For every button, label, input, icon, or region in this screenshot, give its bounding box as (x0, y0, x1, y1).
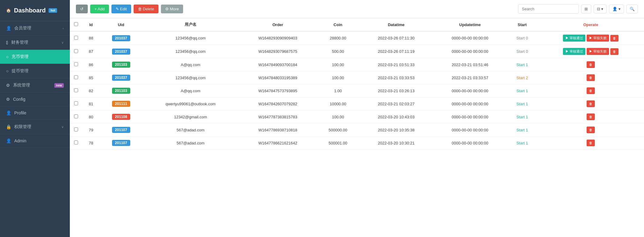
main-content: ↺ + Add ✎ Edit 🗑 Delete ⚙ More ⊞ ⊟ ▾ 👤 ▾… (70, 0, 644, 237)
approve-button[interactable]: ▶ 审核通过 (563, 35, 585, 42)
col-datatime: Datatime (359, 18, 433, 31)
row-id: 79 (82, 124, 100, 137)
delete-button[interactable]: 🗑 Delete (134, 5, 158, 13)
table-row: 87 201037 123456@qq.com W164829307968757… (70, 45, 644, 58)
grid-view-button[interactable]: ⊞ (581, 5, 591, 13)
row-uid: 201103 (100, 84, 142, 97)
system-icon: ⚙ (6, 83, 10, 88)
row-uid: 201108 (100, 110, 142, 124)
row-order: W1647786938710818 (239, 124, 317, 137)
col-checkbox (70, 18, 82, 31)
list-view-button[interactable]: ⊟ ▾ (594, 5, 607, 13)
toolbar-right: ⊞ ⊟ ▾ 👤 ▾ 🔍 (518, 4, 638, 14)
table-row: 79 201107 567@adad.com W1647786938710818… (70, 124, 644, 137)
refresh-button[interactable]: ↺ (76, 5, 88, 13)
table-row: 86 201103 A@qq.com W1647849093700184 100… (70, 58, 644, 71)
col-operate: Operate (537, 18, 644, 31)
row-start: Start 1 (507, 137, 537, 150)
row-order: W1648293090909403 (239, 31, 317, 45)
sidebar-item-label: 提币管理 (12, 68, 29, 74)
row-start: Start 1 (507, 97, 537, 110)
col-uid: Uid (100, 18, 142, 31)
reject-button[interactable]: ▶ 审核失败 (587, 48, 609, 55)
col-start: Start (507, 18, 537, 31)
sidebar-item-label: Config (13, 97, 25, 102)
sidebar-item-admin[interactable]: 👤 Admin (0, 134, 70, 148)
row-id: 87 (82, 45, 100, 58)
row-delete-button[interactable]: 🗑 (587, 87, 595, 94)
row-datatime: 2022-03-21 03:51:33 (359, 58, 433, 71)
row-operate: 🗑 (537, 110, 644, 124)
row-delete-button[interactable]: 🗑 (610, 48, 618, 55)
row-username: 123456@qq.com (142, 71, 239, 84)
row-uid: 201107 (100, 124, 142, 137)
row-delete-button[interactable]: 🗑 (587, 74, 595, 81)
table-row: 78 201107 567@adad.com W1647786621621642… (70, 137, 644, 150)
sidebar-item-withdraw[interactable]: ○ 提币管理 (0, 64, 70, 78)
admin-icon: 👤 (6, 138, 11, 143)
row-checkbox[interactable] (70, 110, 82, 124)
approve-button[interactable]: ▶ 审核通过 (563, 48, 585, 55)
row-updatetime: 0000-00-00 00:00:00 (433, 97, 507, 110)
hot-badge: hot (49, 8, 57, 13)
add-button[interactable]: + Add (90, 5, 109, 13)
sidebar-item-membership[interactable]: 👤 会员管理 ‹ (0, 21, 70, 36)
row-uid: 201103 (100, 58, 142, 71)
row-checkbox[interactable] (70, 71, 82, 84)
row-checkbox[interactable] (70, 124, 82, 137)
row-coin: 100.00 (317, 58, 359, 71)
sidebar-item-finance[interactable]: ₿ 财务管理 ∨ (0, 36, 70, 50)
select-all-checkbox[interactable] (74, 22, 78, 26)
row-order: W1647842607079282 (239, 97, 317, 110)
row-checkbox[interactable] (70, 58, 82, 71)
row-datatime: 2022-03-20 10:43:03 (359, 110, 433, 124)
row-username: A@qq.com (142, 84, 239, 97)
sidebar-item-permission[interactable]: 🔒 权限管理 ∨ (0, 120, 70, 134)
row-order: W1647847573793895 (239, 84, 317, 97)
row-checkbox[interactable] (70, 137, 82, 150)
table-row: 88 201037 123456@qq.com W164829309090940… (70, 31, 644, 45)
reject-button[interactable]: ▶ 审核失败 (587, 35, 609, 42)
sidebar-item-config[interactable]: ⚙ Config (0, 93, 70, 106)
row-uid: 201111 (100, 97, 142, 110)
sidebar-item-profile[interactable]: 👤 Profile (0, 106, 70, 120)
col-coin: Coin (317, 18, 359, 31)
row-delete-button[interactable]: 🗑 (587, 113, 595, 120)
table-row: 80 201108 12342@gmail.com W1647787383815… (70, 110, 644, 124)
row-uid: 201037 (100, 31, 142, 45)
row-delete-button[interactable]: 🗑 (587, 140, 595, 146)
profile-icon: 👤 (6, 110, 11, 115)
row-checkbox[interactable] (70, 97, 82, 110)
sidebar-item-system[interactable]: ⚙ 系统管理 new (0, 78, 70, 93)
toolbar: ↺ + Add ✎ Edit 🗑 Delete ⚙ More ⊞ ⊟ ▾ 👤 ▾… (70, 0, 644, 18)
sidebar-title: Dashboard (14, 7, 46, 14)
row-operate: ▶ 审核通过 ▶ 审核失败 🗑 (537, 31, 644, 45)
chevron-down-icon: ∨ (61, 125, 64, 129)
dashboard-icon: 🏠 (6, 8, 11, 13)
permission-icon: 🔒 (6, 124, 11, 129)
row-id: 80 (82, 110, 100, 124)
finance-icon: ₿ (6, 40, 8, 45)
row-updatetime: 0000-00-00 00:00:00 (433, 45, 507, 58)
sidebar-item-recharge[interactable]: ○ 充币管理 (0, 50, 70, 64)
table-row: 81 201111 qwertyu99061@outlook.com W1647… (70, 97, 644, 110)
row-start: Start 0 (507, 45, 537, 58)
search-input[interactable] (518, 4, 579, 14)
row-coin: 100.00 (317, 71, 359, 84)
row-delete-button[interactable]: 🗑 (610, 35, 618, 42)
row-checkbox[interactable] (70, 84, 82, 97)
user-filter-button[interactable]: 👤 ▾ (609, 5, 624, 13)
edit-button[interactable]: ✎ Edit (111, 5, 131, 13)
more-button[interactable]: ⚙ More (161, 5, 183, 13)
row-delete-button[interactable]: 🗑 (587, 61, 595, 68)
search-button[interactable]: 🔍 (626, 5, 638, 13)
row-username: A@qq.com (142, 58, 239, 71)
row-operate: 🗑 (537, 58, 644, 71)
row-delete-button[interactable]: 🗑 (587, 127, 595, 133)
row-order: W1647786621621642 (239, 137, 317, 150)
row-checkbox[interactable] (70, 45, 82, 58)
row-checkbox[interactable] (70, 31, 82, 45)
row-delete-button[interactable]: 🗑 (587, 100, 595, 107)
row-username: 567@adad.com (142, 137, 239, 150)
row-datatime: 2022-03-26 07:11:19 (359, 45, 433, 58)
